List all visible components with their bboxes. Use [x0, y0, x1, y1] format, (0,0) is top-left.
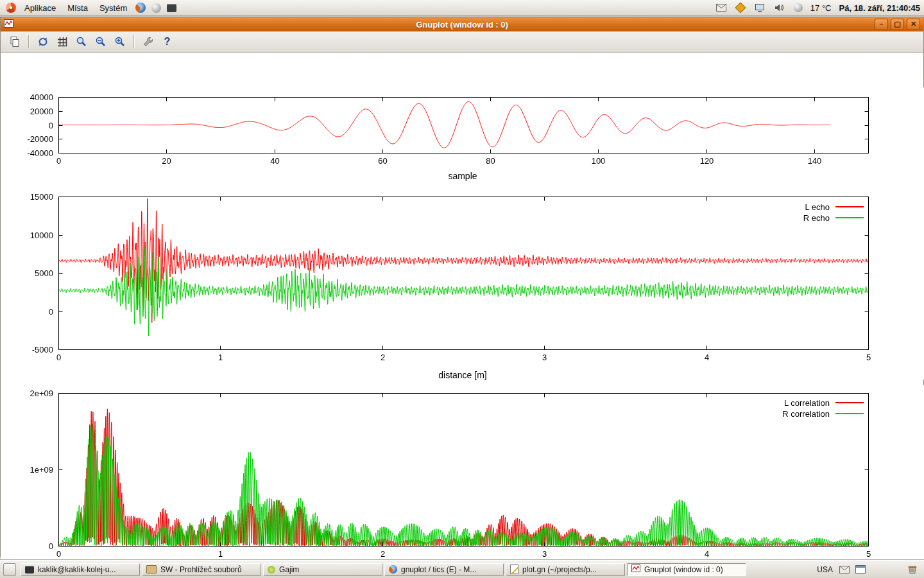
- trash-icon[interactable]: [904, 565, 921, 575]
- keyboard-layout-indicator[interactable]: USA: [814, 565, 835, 574]
- terminal-launcher-icon[interactable]: [164, 1, 178, 15]
- zoom-in-icon[interactable]: [111, 34, 128, 49]
- system-tray: 17 °C Pá, 18. září, 21:40:45: [714, 1, 920, 15]
- help-icon[interactable]: ?: [158, 34, 176, 49]
- zoom-previous-icon[interactable]: [73, 34, 90, 49]
- display-icon[interactable]: [753, 1, 767, 15]
- legend-row: L echo: [803, 202, 864, 211]
- plot-area: sample L echo R echo distance [m] L corr…: [1, 53, 923, 557]
- taskbar-button-gajim[interactable]: Gajim: [263, 563, 382, 576]
- chart-signal: sample: [1, 87, 924, 187]
- clock[interactable]: Pá, 18. září, 21:40:45: [839, 3, 920, 13]
- window-titlebar[interactable]: Gnuplot (window id : 0) – ▢ ✕: [1, 17, 923, 31]
- updates-icon[interactable]: [733, 1, 748, 15]
- browser-icon[interactable]: [149, 1, 163, 15]
- file-manager-icon: [146, 565, 157, 574]
- mail-icon[interactable]: [714, 1, 728, 15]
- window-list-applet-icon[interactable]: [3, 563, 16, 576]
- taskbar-button-gnuplot[interactable]: Gnuplot (window id : 0): [627, 563, 746, 576]
- firefox-icon: [389, 565, 397, 574]
- echo-legend: L echo R echo: [803, 202, 864, 222]
- mail-icon[interactable]: [837, 563, 851, 577]
- legend-label-l-echo: L echo: [805, 202, 830, 212]
- top-panel: Aplikace Místa Systém 17 °C Pá, 18. září…: [0, 0, 924, 16]
- echo-chart-canvas[interactable]: [1, 187, 924, 380]
- terminal-icon: [25, 566, 34, 574]
- chart-correlation: L correlation R correlation distance [m]: [1, 385, 924, 578]
- legend-row: L correlation: [782, 398, 864, 407]
- minimize-button[interactable]: –: [875, 19, 888, 30]
- configure-icon[interactable]: [139, 34, 157, 49]
- weather-icon[interactable]: [791, 1, 805, 15]
- window-title: Gnuplot (window id : 0): [1, 20, 923, 30]
- temperature-label: 17 °C: [810, 3, 832, 13]
- chart-echo: L echo R echo distance [m]: [1, 187, 924, 380]
- maximize-button[interactable]: ▢: [891, 19, 904, 30]
- menu-applications[interactable]: Aplikace: [19, 2, 61, 14]
- legend-label-r-correlation: R correlation: [782, 409, 830, 419]
- gnuplot-icon: [631, 565, 640, 574]
- menu-system[interactable]: Systém: [94, 2, 132, 14]
- firefox-icon[interactable]: [133, 1, 148, 15]
- gajim-icon: [268, 566, 275, 574]
- gnuplot-toolbar: ?: [1, 31, 923, 53]
- legend-label-l-correlation: L correlation: [784, 398, 830, 408]
- correlation-legend: L correlation R correlation: [782, 398, 864, 418]
- legend-row: R echo: [803, 213, 864, 222]
- zoom-out-icon[interactable]: [92, 34, 109, 49]
- legend-row: R correlation: [782, 409, 864, 418]
- grid-icon[interactable]: [53, 34, 71, 49]
- taskbar: kaklik@kaklik-kolej-u... SW - Prohlížeč …: [0, 560, 924, 578]
- gnuplot-window: Gnuplot (window id : 0) – ▢ ✕ ?: [0, 17, 924, 557]
- copy-icon[interactable]: [6, 34, 23, 49]
- taskbar-button-firefox[interactable]: gnuplot / tics (E) - M...: [384, 563, 504, 576]
- taskbar-button-editor[interactable]: plot.gn (~/projects/p...: [506, 563, 625, 576]
- text-editor-icon: [510, 565, 518, 574]
- menu-places[interactable]: Místa: [62, 2, 93, 14]
- ubuntu-menu-icon[interactable]: [4, 1, 18, 15]
- legend-label-r-echo: R echo: [803, 213, 830, 223]
- window-icon[interactable]: [853, 563, 868, 577]
- taskbar-button-file-manager[interactable]: SW - Prohlížeč souborů: [142, 563, 261, 576]
- taskbar-button-terminal[interactable]: kaklik@kaklik-kolej-u...: [21, 563, 140, 576]
- replot-icon[interactable]: [34, 34, 51, 49]
- signal-xaxis-label: sample: [1, 171, 924, 181]
- echo-xaxis-label: distance [m]: [1, 370, 924, 380]
- close-button[interactable]: ✕: [907, 19, 920, 30]
- volume-icon[interactable]: [772, 1, 786, 15]
